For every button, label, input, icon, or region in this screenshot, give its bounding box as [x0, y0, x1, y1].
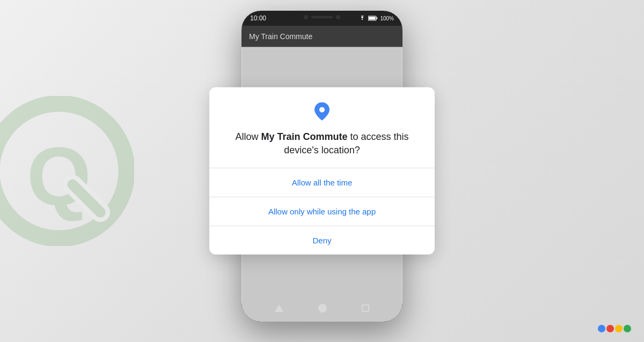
svg-rect-5 — [369, 17, 376, 20]
camera-dot-left — [304, 15, 308, 19]
status-icons: 100% — [358, 16, 394, 21]
google-dot-blue — [598, 325, 605, 332]
svg-text:Q: Q — [27, 130, 91, 222]
svg-point-7 — [319, 107, 325, 113]
google-logo — [598, 325, 631, 332]
app-bar: My Train Commute — [241, 26, 402, 47]
deny-button[interactable]: Deny — [209, 226, 435, 255]
allow-while-using-button[interactable]: Allow only while using the app — [209, 197, 435, 226]
dialog-header: Allow My Train Commute to access this de… — [209, 87, 435, 168]
svg-rect-6 — [377, 18, 378, 19]
permission-dialog: Allow My Train Commute to access this de… — [209, 87, 435, 255]
recents-button-icon — [362, 304, 369, 312]
battery-icon — [368, 16, 378, 21]
camera-dot-right — [336, 15, 340, 19]
google-dot-yellow — [615, 325, 623, 332]
location-pin-icon — [314, 102, 330, 123]
speaker-bar — [311, 16, 333, 18]
dialog-app-name: My Train Commute — [261, 131, 347, 142]
status-time: 10:00 — [250, 14, 266, 22]
google-dot-red — [606, 325, 614, 332]
battery-percent: 100% — [380, 16, 394, 21]
back-button-icon — [275, 304, 283, 312]
google-dot-green — [624, 325, 631, 332]
android-q-logo: Q — [0, 96, 134, 246]
phone-nav-bar — [241, 300, 402, 316]
camera-area — [304, 15, 340, 19]
dialog-title: Allow My Train Commute to access this de… — [224, 130, 420, 157]
home-button-icon — [318, 304, 327, 313]
wifi-icon — [358, 16, 366, 21]
app-bar-title: My Train Commute — [249, 32, 312, 41]
allow-all-time-button[interactable]: Allow all the time — [209, 168, 435, 197]
